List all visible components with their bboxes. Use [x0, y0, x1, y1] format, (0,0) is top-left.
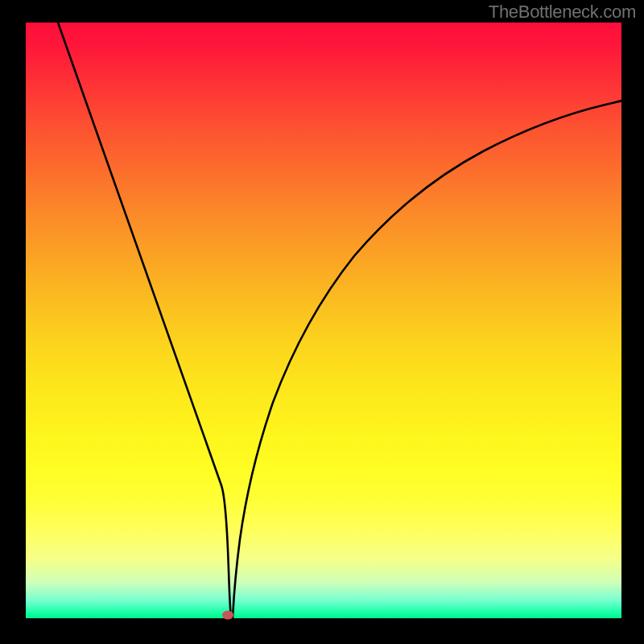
- curve-svg: [26, 23, 621, 618]
- watermark-text: TheBottleneck.com: [489, 2, 636, 23]
- bottleneck-curve: [58, 23, 621, 618]
- optimum-marker: [222, 611, 233, 620]
- plot-area: [26, 23, 621, 618]
- chart-container: TheBottleneck.com: [0, 0, 644, 644]
